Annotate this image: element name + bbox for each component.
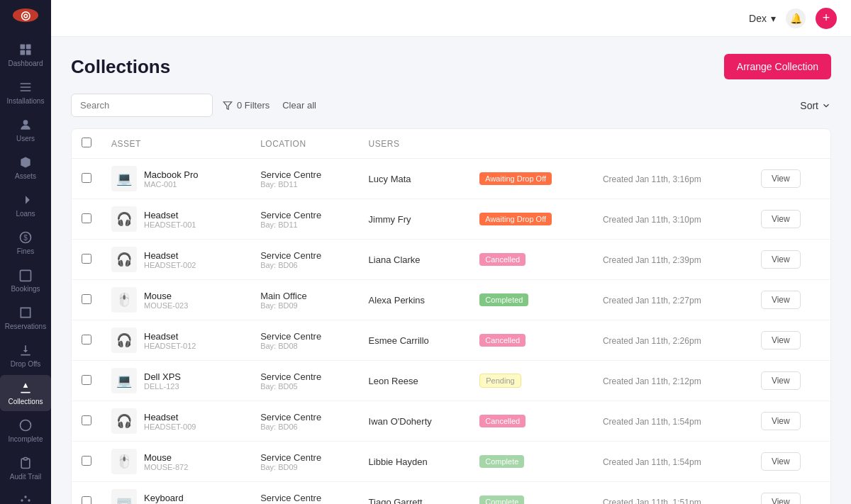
asset-icon: 🖱️ bbox=[111, 449, 137, 474]
table-row: 🎧 Headset HEADSET-001 Service Centre Bay… bbox=[72, 199, 830, 240]
filter-icon bbox=[223, 101, 233, 111]
svg-point-7 bbox=[23, 120, 28, 125]
add-button[interactable]: + bbox=[816, 8, 837, 29]
sidebar-item-label: Collections bbox=[9, 398, 43, 405]
table-row: 🖱️ Mouse MOUSE-872 Service Centre Bay: B… bbox=[72, 442, 830, 482]
date-text: Created Jan 11th, 3:16pm bbox=[603, 174, 701, 184]
row-checkbox[interactable] bbox=[82, 496, 91, 505]
asset-icon: ⌨️ bbox=[111, 489, 137, 504]
svg-point-13 bbox=[28, 499, 30, 501]
sidebar-item-assets[interactable]: Assets bbox=[0, 150, 51, 186]
sidebar-item-label: Loans bbox=[16, 210, 35, 218]
sidebar-item-label: Reservations bbox=[5, 323, 46, 330]
location-bay: Bay: BD09 bbox=[260, 463, 348, 471]
col-action bbox=[751, 129, 830, 159]
user-cell: Leon Reese bbox=[359, 361, 470, 401]
svg-rect-3 bbox=[26, 50, 31, 55]
view-button[interactable]: View bbox=[761, 291, 801, 309]
table-row: 💻 Dell XPS DELL-123 Service Centre Bay: … bbox=[72, 361, 830, 401]
svg-text:$: $ bbox=[23, 234, 28, 242]
asset-id: MAC-001 bbox=[144, 180, 199, 189]
row-checkbox[interactable] bbox=[82, 254, 91, 264]
date-text: Created Jan 11th, 2:27pm bbox=[603, 296, 701, 306]
topbar: Dex ▾ 🔔 + bbox=[51, 0, 851, 37]
select-all-checkbox[interactable] bbox=[82, 138, 91, 147]
sidebar-item-collections[interactable]: Collections bbox=[0, 375, 51, 411]
user-menu[interactable]: Dex ▾ bbox=[749, 13, 776, 24]
view-button[interactable]: View bbox=[761, 210, 801, 228]
view-button[interactable]: View bbox=[761, 493, 801, 504]
status-badge: Awaiting Drop Off bbox=[479, 213, 552, 225]
status-badge: Awaiting Drop Off bbox=[479, 172, 552, 185]
asset-name: Headset bbox=[144, 331, 196, 342]
search-input[interactable] bbox=[71, 94, 213, 117]
sidebar-item-integrations[interactable]: Integrations bbox=[0, 488, 51, 504]
col-asset: Asset bbox=[101, 129, 250, 159]
asset-icon: 🎧 bbox=[111, 206, 137, 232]
user-cell: Libbie Hayden bbox=[359, 442, 470, 482]
svg-point-12 bbox=[21, 499, 23, 501]
location-name: Service Centre bbox=[260, 331, 348, 342]
notifications-icon[interactable]: 🔔 bbox=[786, 9, 806, 28]
col-users: Users bbox=[359, 129, 470, 159]
row-checkbox[interactable] bbox=[82, 456, 91, 466]
asset-name: Macbook Pro bbox=[144, 169, 199, 180]
app-logo[interactable]: ◎ bbox=[13, 9, 38, 22]
sidebar-item-label: Users bbox=[16, 135, 35, 142]
sidebar-item-installations[interactable]: Installations bbox=[0, 74, 51, 111]
row-checkbox[interactable] bbox=[82, 173, 91, 183]
view-button[interactable]: View bbox=[761, 412, 801, 430]
date-text: Created Jan 11th, 2:26pm bbox=[603, 336, 701, 346]
row-checkbox[interactable] bbox=[82, 294, 91, 304]
row-checkbox[interactable] bbox=[82, 335, 91, 345]
sidebar-item-bookings[interactable]: Bookings bbox=[0, 262, 51, 298]
status-badge: Cancelled bbox=[479, 415, 525, 427]
sidebar-item-dropoffs[interactable]: Drop Offs bbox=[0, 337, 51, 374]
sidebar-item-reservations[interactable]: Reservations bbox=[0, 300, 51, 336]
chevron-down-icon bbox=[821, 101, 831, 111]
arrange-collection-button[interactable]: Arrange Collection bbox=[724, 54, 831, 79]
row-checkbox[interactable] bbox=[82, 375, 91, 385]
date-text: Created Jan 11th, 3:10pm bbox=[603, 215, 701, 225]
svg-rect-10 bbox=[21, 270, 31, 281]
sidebar-item-users[interactable]: Users bbox=[0, 112, 51, 148]
location-bay: Bay: BD11 bbox=[260, 180, 348, 189]
svg-rect-0 bbox=[21, 45, 26, 50]
clear-all-button[interactable]: Clear all bbox=[282, 100, 316, 111]
asset-cell: 🖱️ Mouse MOUSE-872 bbox=[111, 449, 240, 474]
sidebar-item-fines[interactable]: $ Fines bbox=[0, 225, 51, 261]
svg-point-14 bbox=[24, 495, 26, 498]
status-badge: Pending bbox=[479, 374, 521, 388]
sort-button[interactable]: Sort bbox=[800, 100, 831, 111]
row-checkbox[interactable] bbox=[82, 415, 91, 425]
row-checkbox[interactable] bbox=[82, 213, 91, 223]
date-text: Created Jan 11th, 1:51pm bbox=[603, 498, 701, 505]
location-name: Service Centre bbox=[260, 452, 348, 463]
view-button[interactable]: View bbox=[761, 250, 801, 269]
table-row: 🎧 Headset HEADSET-012 Service Centre Bay… bbox=[72, 320, 830, 361]
svg-point-11 bbox=[21, 420, 31, 431]
location-name: Service Centre bbox=[260, 250, 348, 261]
page-title: Collections bbox=[71, 56, 170, 78]
chevron-down-icon: ▾ bbox=[771, 13, 776, 24]
view-button[interactable]: View bbox=[761, 452, 801, 471]
user-name: Dex bbox=[749, 13, 767, 24]
asset-icon: 🎧 bbox=[111, 408, 137, 434]
view-button[interactable]: View bbox=[761, 331, 801, 349]
view-button[interactable]: View bbox=[761, 371, 801, 390]
asset-name: Mouse bbox=[144, 291, 188, 301]
sidebar-item-loans[interactable]: Loans bbox=[0, 187, 51, 223]
sidebar-item-dashboard[interactable]: Dashboard bbox=[0, 37, 51, 73]
filter-button[interactable]: 0 Filters bbox=[223, 100, 269, 111]
asset-cell: 🎧 Headset HEADSET-009 bbox=[111, 408, 240, 434]
page-header: Collections Arrange Collection bbox=[71, 54, 831, 79]
view-button[interactable]: View bbox=[761, 169, 801, 188]
location-bay: Bay: BD11 bbox=[260, 220, 348, 229]
asset-id: HEADSET-001 bbox=[144, 220, 196, 229]
sidebar-item-incomplete[interactable]: Incomplete bbox=[0, 413, 51, 449]
user-cell: Jimmy Fry bbox=[359, 199, 470, 240]
date-text: Created Jan 11th, 1:54pm bbox=[603, 417, 701, 427]
sidebar-item-audit[interactable]: Audit Trail bbox=[0, 450, 51, 486]
sort-label: Sort bbox=[800, 100, 818, 111]
asset-name: Keyboard bbox=[144, 493, 203, 503]
